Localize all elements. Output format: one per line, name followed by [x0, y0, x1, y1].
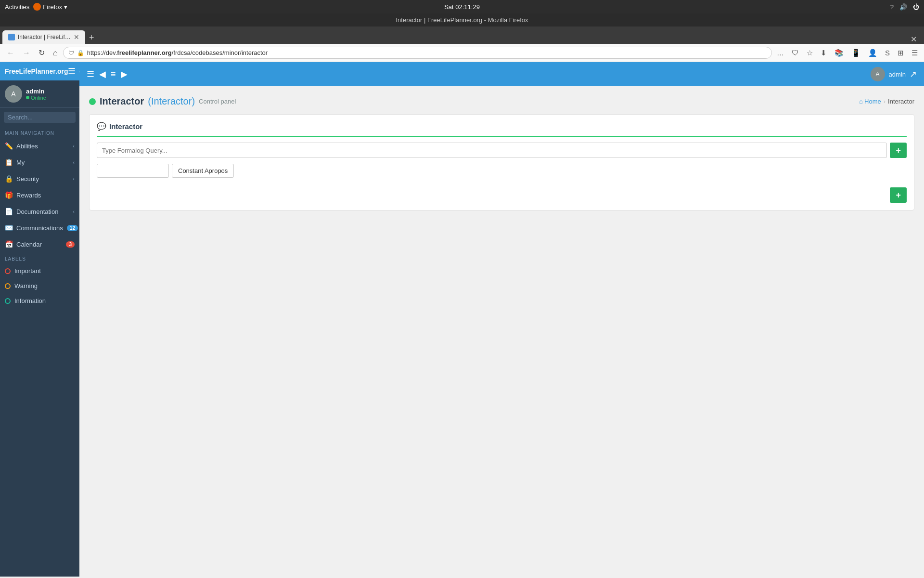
constant-apropos-button[interactable]: Constant Apropos	[172, 164, 234, 178]
search-box[interactable]: 🔍	[4, 112, 76, 123]
tab-close-button[interactable]: ✕	[74, 33, 79, 41]
firefox-dropdown-icon: ▾	[64, 3, 67, 11]
url-path: /frdcsa/codebases/minor/interactor	[172, 49, 268, 56]
sidebar-item-calendar[interactable]: 📅 Calendar 3	[0, 236, 79, 252]
download-button[interactable]: ⬇	[818, 47, 829, 59]
sidebar: FreeLifePlanner.org ☰ ◀ ≡ ▶ A admin Onli…	[0, 62, 79, 577]
sidebar-item-abilities[interactable]: ✏️ Abilities ‹	[0, 138, 79, 154]
shield-button[interactable]: 🛡	[789, 47, 801, 58]
sidebar-item-communications[interactable]: ✉️ Communications 12	[0, 220, 79, 236]
hamburger-menu-button[interactable]: ☰	[909, 47, 920, 59]
breadcrumb-current: Interactor	[888, 98, 914, 105]
calendar-icon: 📅	[5, 240, 13, 248]
interactor-panel: 💬 Interactor + Constant Apropos +	[89, 114, 914, 210]
label-information-text: Information	[14, 297, 46, 304]
label-important[interactable]: Important	[0, 263, 79, 278]
status-dot	[26, 96, 29, 99]
sidebar-item-label-communications: Communications	[16, 224, 63, 232]
breadcrumb-home-link[interactable]: ⌂ Home	[859, 98, 881, 105]
page-title-section: Interactor (Interactor) Control panel	[89, 96, 236, 107]
sidebar-item-documentation[interactable]: 📄 Documentation ‹	[0, 203, 79, 220]
responsive-design-icon[interactable]: 📱	[849, 47, 863, 59]
back-button[interactable]: ←	[4, 47, 17, 59]
status-text: Online	[31, 95, 46, 101]
tab-bar: Interactor | FreeLifePlan... ✕ + ✕	[0, 26, 924, 44]
search-input[interactable]	[8, 114, 79, 121]
breadcrumb-home-text: Home	[864, 98, 881, 105]
header-prev-button[interactable]: ◀	[99, 69, 106, 79]
label-warning[interactable]: Warning	[0, 278, 79, 293]
os-topbar: Activities Firefox ▾ Sat 02:11:29 ? 🔊 ⏻	[0, 0, 924, 13]
os-clock: Sat 02:11:29	[444, 3, 480, 11]
page-status-dot	[89, 98, 96, 105]
profile-icon[interactable]: 👤	[866, 47, 880, 59]
bookmarks-icon[interactable]: 📚	[832, 47, 846, 59]
information-dot-icon	[5, 298, 11, 304]
user-status: Online	[26, 95, 46, 101]
header-user: A admin ↗	[871, 67, 917, 81]
page-subtitle: (Interactor)	[148, 96, 195, 107]
apropos-input[interactable]	[97, 164, 169, 178]
query-input[interactable]	[97, 143, 887, 158]
sidebar-item-label-security: Security	[16, 175, 39, 183]
username: admin	[26, 88, 46, 95]
sidebar-logo[interactable]: FreeLifePlanner.org	[5, 67, 68, 75]
browser-navbar: ← → ↻ ⌂ 🛡 🔒 https://dev.freelifeplanner.…	[0, 44, 924, 62]
labels-section-label: LABELS	[0, 252, 79, 263]
sidebar-item-my[interactable]: 📋 My ‹	[0, 154, 79, 171]
home-button[interactable]: ⌂	[50, 47, 61, 59]
grid-icon[interactable]: ⊞	[895, 47, 906, 59]
sidebar-header-icons: ☰ ◀ ≡ ▶	[68, 66, 79, 77]
sidebar-item-security[interactable]: 🔒 Security ‹	[0, 171, 79, 187]
page-control-label: Control panel	[199, 98, 236, 105]
avatar: A	[5, 85, 22, 103]
more-options-button[interactable]: …	[774, 47, 786, 58]
activities-label[interactable]: Activities	[5, 3, 29, 11]
active-tab[interactable]: Interactor | FreeLifePlan... ✕	[2, 30, 85, 44]
abilities-arrow-icon: ‹	[73, 143, 75, 149]
page-header: Interactor (Interactor) Control panel ⌂ …	[89, 96, 914, 107]
header-next-button[interactable]: ▶	[121, 69, 128, 79]
firefox-menu-button[interactable]: Firefox ▾	[33, 3, 67, 11]
interactor-chat-icon: 💬	[97, 122, 106, 131]
user-info: admin Online	[26, 88, 46, 101]
firefox-label: Firefox	[43, 3, 62, 11]
avatar-initials: A	[11, 90, 15, 98]
browser-close-button[interactable]: ✕	[906, 35, 922, 44]
page-title: Interactor	[100, 96, 144, 107]
interactor-panel-header: 💬 Interactor	[97, 122, 907, 137]
sidebar-item-rewards[interactable]: 🎁 Rewards	[0, 187, 79, 203]
header-share-button[interactable]: ↗	[910, 69, 917, 79]
calendar-badge: 3	[66, 241, 75, 248]
sidebar-menu-icon[interactable]: ☰	[68, 66, 76, 77]
os-volume-icon[interactable]: 🔊	[899, 3, 907, 11]
documentation-icon: 📄	[5, 208, 13, 215]
sidebar-user: A admin Online	[0, 80, 79, 108]
documentation-arrow-icon: ‹	[73, 209, 75, 214]
tab-favicon	[8, 34, 15, 40]
my-arrow-icon: ‹	[73, 159, 75, 165]
url-bar[interactable]: 🛡 🔒 https://dev.freelifeplanner.org/frdc…	[63, 47, 772, 59]
rewards-icon: 🎁	[5, 191, 13, 199]
abilities-icon: ✏️	[5, 142, 13, 150]
label-important-text: Important	[14, 267, 41, 275]
sidebar-header: FreeLifePlanner.org ☰ ◀ ≡ ▶	[0, 62, 79, 80]
bookmark-button[interactable]: ☆	[804, 47, 815, 59]
bottom-add-button[interactable]: +	[890, 187, 907, 203]
content-area: Interactor (Interactor) Control panel ⌂ …	[79, 86, 924, 577]
label-information[interactable]: Information	[0, 293, 79, 308]
forward-button[interactable]: →	[20, 47, 33, 59]
url-text: https://dev.freelifeplanner.org/frdcsa/c…	[87, 49, 767, 56]
sidebar-item-label-documentation: Documentation	[16, 208, 58, 215]
reload-button[interactable]: ↻	[36, 46, 48, 59]
os-power-icon[interactable]: ⏻	[913, 3, 919, 11]
header-list-button[interactable]: ≡	[111, 69, 116, 79]
header-menu-button[interactable]: ☰	[87, 69, 94, 79]
sync-icon[interactable]: S	[883, 47, 892, 58]
sidebar-item-label-rewards: Rewards	[16, 192, 41, 199]
add-query-button[interactable]: +	[890, 143, 907, 158]
browser-chrome: Interactor | FreeLifePlanner.org - Mozil…	[0, 13, 924, 62]
new-tab-button[interactable]: +	[85, 33, 98, 43]
header-avatar: A	[871, 67, 885, 81]
sidebar-item-label-calendar: Calendar	[16, 241, 42, 248]
